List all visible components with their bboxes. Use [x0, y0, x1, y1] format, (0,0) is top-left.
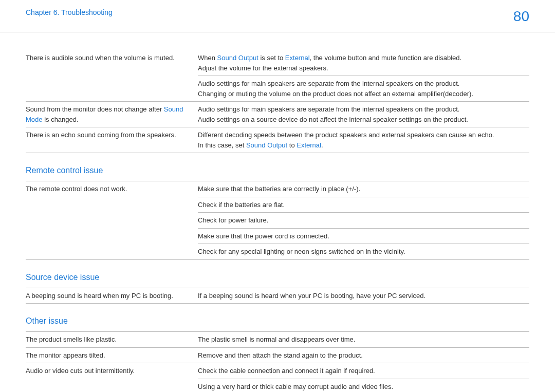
section-heading-row: Source device issue: [26, 259, 529, 288]
issue-cell: There is audible sound when the volume i…: [26, 50, 198, 102]
solution-cell: Check if the batteries are flat.: [198, 197, 529, 213]
solution-cell: Check for any special lighting or neon s…: [198, 244, 529, 260]
solution-cell: Using a very hard or thick cable may cor…: [198, 379, 529, 392]
issue-cell: The product smells like plastic.: [26, 332, 198, 348]
solution-cell: Different decoding speeds between the pr…: [198, 127, 529, 153]
table-row: There is audible sound when the volume i…: [26, 50, 529, 76]
solution-cell: Audio settings for main speakers are sep…: [198, 102, 529, 127]
issue-cell: The remote control does not work.: [26, 181, 198, 260]
issue-cell: The monitor appears tilted.: [26, 347, 198, 363]
table-row: The product smells like plastic.The plas…: [26, 332, 529, 348]
issue-cell: A beeping sound is heard when my PC is b…: [26, 288, 198, 304]
section-heading: Source device issue: [26, 259, 529, 288]
table-row: The monitor appears tilted.Remove and th…: [26, 347, 529, 363]
section-heading-row: Other issue: [26, 304, 529, 332]
solution-cell: Remove and then attach the stand again t…: [198, 347, 529, 363]
section-heading: Other issue: [26, 304, 529, 332]
solution-cell: Check for power failure.: [198, 213, 529, 229]
page-content: There is audible sound when the volume i…: [0, 32, 555, 392]
solution-cell: If a beeping sound is heard when your PC…: [198, 288, 529, 304]
issue-cell: There is an echo sound coming from the s…: [26, 127, 198, 153]
solution-cell: When Sound Output is set to External, th…: [198, 50, 529, 76]
solution-cell: The plastic smell is normal and disappea…: [198, 332, 529, 348]
page-header: Chapter 6. Troubleshooting 80: [0, 0, 555, 32]
chapter-title: Chapter 6. Troubleshooting: [26, 8, 113, 16]
section-heading: Remote control issue: [26, 153, 529, 181]
table-row: Audio or video cuts out intermittently.C…: [26, 363, 529, 379]
table-row: Sound from the monitor does not change a…: [26, 102, 529, 127]
issue-cell: Audio or video cuts out intermittently.: [26, 363, 198, 393]
solution-cell: Check the cable connection and connect i…: [198, 363, 529, 379]
table-row: A beeping sound is heard when my PC is b…: [26, 288, 529, 304]
table-row: There is an echo sound coming from the s…: [26, 127, 529, 153]
solution-cell: Make sure that the batteries are correct…: [198, 181, 529, 197]
troubleshooting-table: There is audible sound when the volume i…: [26, 50, 529, 392]
solution-cell: Make sure that the power cord is connect…: [198, 228, 529, 244]
table-row: The remote control does not work.Make su…: [26, 181, 529, 197]
page-number: 80: [513, 8, 529, 25]
issue-cell: Sound from the monitor does not change a…: [26, 102, 198, 127]
section-heading-row: Remote control issue: [26, 153, 529, 181]
solution-cell: Audio settings for main speakers are sep…: [198, 76, 529, 102]
